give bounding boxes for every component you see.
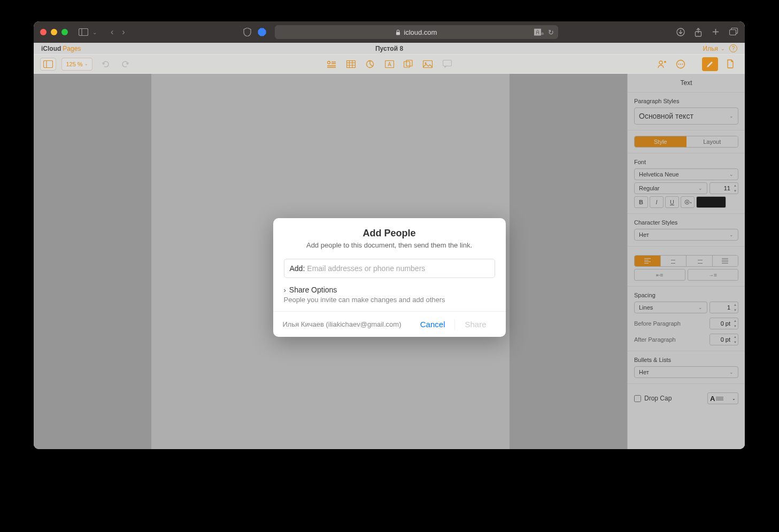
app-window: ⌄ ‹ › icloud.com 🅰ₐ ↻: [34, 21, 745, 449]
redo-button[interactable]: [118, 58, 133, 71]
insert-comment-button[interactable]: [442, 59, 452, 70]
document-panel-button[interactable]: [722, 57, 738, 71]
insert-table-button[interactable]: [345, 59, 356, 70]
svg-point-26: [425, 62, 427, 64]
icloud-label: iCloud: [41, 45, 61, 52]
format-panel-button[interactable]: [702, 57, 718, 71]
svg-point-34: [682, 64, 683, 65]
modal-title: Add People: [284, 228, 495, 239]
chevron-down-icon: ⌄: [721, 46, 725, 51]
svg-rect-24: [406, 60, 412, 66]
svg-marker-2: [258, 28, 266, 36]
owner-label: Илья Кичаев (iliakichaev@gmail.com): [283, 320, 402, 328]
insert-shape-button[interactable]: [403, 59, 414, 70]
modal-backdrop[interactable]: Add People Add people to this document, …: [34, 74, 745, 449]
svg-point-32: [678, 64, 680, 65]
insert-media-button[interactable]: [422, 59, 433, 70]
svg-rect-25: [423, 60, 433, 67]
lock-icon: [396, 29, 400, 35]
share-options-desc: People you invite can make changes and a…: [284, 296, 495, 304]
url-bar[interactable]: icloud.com 🅰ₐ ↻: [275, 25, 558, 39]
content-area: Text Paragraph Styles Основной текст ⌄ S…: [34, 74, 745, 449]
svg-point-28: [659, 61, 662, 64]
chevron-down-icon: ⌄: [84, 61, 88, 66]
browser-toolbar: ⌄ ‹ › icloud.com 🅰ₐ ↻: [34, 21, 745, 43]
svg-text:A: A: [388, 61, 391, 67]
sidebar-toggle-button[interactable]: [79, 28, 89, 36]
minimize-window-button[interactable]: [51, 29, 57, 35]
new-tab-icon[interactable]: [712, 28, 720, 37]
svg-rect-8: [44, 60, 53, 67]
icloud-header: iCloud Pages Пустой 8 Илья ⌄ ?: [34, 43, 745, 55]
maximize-window-button[interactable]: [61, 29, 68, 35]
share-options-toggle[interactable]: › Share Options: [284, 286, 495, 294]
svg-rect-0: [79, 29, 88, 36]
svg-rect-3: [396, 32, 400, 35]
add-people-field[interactable]: Add:: [284, 259, 495, 278]
cancel-button[interactable]: Cancel: [411, 320, 455, 329]
zoom-dropdown[interactable]: 125 % ⌄: [61, 58, 92, 71]
forward-button[interactable]: ›: [122, 27, 125, 37]
pages-label[interactable]: Pages: [63, 45, 81, 52]
share-icon[interactable]: [695, 28, 702, 37]
back-button[interactable]: ‹: [111, 27, 113, 37]
add-people-input[interactable]: [307, 264, 489, 273]
undo-button[interactable]: [98, 58, 113, 71]
svg-rect-15: [346, 60, 355, 67]
user-menu[interactable]: Илья ⌄: [703, 45, 725, 52]
downloads-icon[interactable]: [676, 28, 685, 37]
svg-rect-23: [404, 61, 410, 67]
window-controls: [40, 29, 68, 35]
privacy-shield-icon[interactable]: [243, 28, 251, 36]
svg-rect-27: [443, 60, 451, 66]
svg-text:+: +: [664, 60, 666, 64]
modal-subtitle: Add people to this document, then send t…: [284, 241, 495, 249]
translate-icon[interactable]: 🅰ₐ: [534, 28, 544, 36]
svg-point-33: [680, 64, 681, 65]
chevron-right-icon: ›: [284, 286, 286, 294]
add-label: Add:: [290, 264, 305, 273]
insert-textbox-button[interactable]: A: [384, 59, 395, 70]
url-text: icloud.com: [404, 28, 437, 36]
svg-point-10: [328, 61, 330, 64]
adblock-icon[interactable]: [258, 28, 266, 36]
document-title: Пустой 8: [375, 45, 403, 52]
pages-toolbar: 125 % ⌄ A: [34, 55, 745, 74]
view-panel-button[interactable]: [40, 58, 56, 71]
collaborate-button[interactable]: +: [657, 59, 668, 70]
tabs-overview-icon[interactable]: [729, 28, 738, 37]
sidebar-chevron-icon[interactable]: ⌄: [92, 29, 97, 35]
nav-arrows: ‹ ›: [111, 27, 125, 37]
add-people-modal: Add People Add people to this document, …: [273, 218, 506, 337]
help-icon[interactable]: ?: [729, 44, 737, 52]
reload-icon[interactable]: ↻: [548, 28, 554, 36]
share-button[interactable]: Share: [455, 320, 496, 329]
svg-rect-7: [730, 29, 736, 35]
more-button[interactable]: [675, 59, 686, 70]
insert-text-button[interactable]: [326, 59, 337, 70]
insert-chart-button[interactable]: [365, 59, 375, 70]
close-window-button[interactable]: [40, 29, 47, 35]
